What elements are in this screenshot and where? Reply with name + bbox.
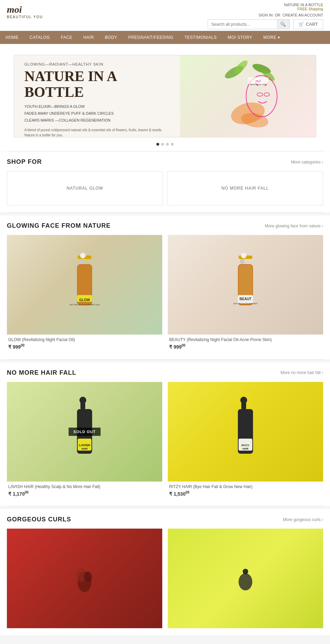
glow-bottle-svg: GLOW SAY HELLO TO GLOWING YOU	[64, 250, 105, 319]
gorgeous-curls-products	[7, 529, 323, 628]
svg-point-9	[257, 93, 263, 96]
svg-rect-31	[80, 401, 85, 409]
product-glow-price: ₹ 99900	[8, 343, 161, 350]
svg-point-46	[243, 569, 248, 574]
search-box: 🔍	[208, 19, 290, 29]
curls-1-icon	[71, 565, 98, 592]
curls-2-icon	[232, 565, 259, 592]
glowing-face-header: GLOWING FACE FROM NATURE More glowing fa…	[7, 222, 323, 229]
hero-description: A blend of purest coldpressed natural oi…	[24, 127, 170, 137]
nav-item-face[interactable]: FACE	[55, 31, 78, 44]
product-ritzy-info: RITZY HAIR (Bye Hair Fall & Grow New Hai…	[168, 482, 323, 499]
product-beauty-image: BEAUT SAY HELLO TO RADIANT	[168, 235, 323, 335]
shop-card-natural-glow[interactable]: NATURAL GLOW	[7, 171, 163, 205]
svg-point-29	[241, 253, 246, 258]
nav-item-hair[interactable]: HAIR	[78, 31, 99, 44]
shop-for-section: SHOP FOR More categories › NATURAL GLOW …	[0, 151, 330, 212]
svg-point-21	[80, 253, 86, 258]
nav-bar: HOME CATALOG FACE HAIR BODY PREGNANT/FEE…	[0, 31, 330, 44]
search-button[interactable]: 🔍	[277, 20, 289, 29]
hero-art: moi BEAUTIFUL YOU	[180, 55, 316, 137]
svg-text:RITZY: RITZY	[241, 444, 250, 447]
hero-dot-2[interactable]	[161, 143, 164, 146]
hero-section: GLOWING—RADIANT—HEALTHY SKIN NATURE IN A…	[0, 44, 330, 151]
shop-card-natural-glow-label: NATURAL GLOW	[67, 186, 103, 191]
hero-dot-1[interactable]	[156, 143, 159, 146]
product-beauty[interactable]: BEAUT SAY HELLO TO RADIANT BEAUTY (Revit…	[168, 235, 323, 352]
gorgeous-curls-more[interactable]: More gorgeous curls ›	[283, 517, 323, 522]
product-glow-name: GLOW (Revitalizing Night Facial Oil)	[8, 337, 161, 342]
svg-text:LAVISH: LAVISH	[79, 443, 90, 447]
search-cart-row: 🔍 🛒 CART	[208, 19, 323, 29]
glowing-face-products: GLOW SAY HELLO TO GLOWING YOU GLOW (Revi…	[7, 235, 323, 352]
hair-fall-header: NO MORE HAIR FALL More no more hair fall…	[7, 369, 323, 376]
nav-item-pregnant[interactable]: PREGNANT/FEEDING	[123, 31, 179, 44]
svg-text:BEAUT: BEAUT	[240, 297, 251, 301]
divider-2	[7, 212, 323, 213]
svg-point-10	[264, 93, 270, 96]
logo-subtitle: BEAUTIFUL YOU	[7, 15, 43, 19]
product-lavish[interactable]: LAVISH HAIR SOLD OUT LAVISH HAIR (Health…	[7, 382, 162, 499]
shop-for-grid: NATURAL GLOW NO MORE HAIR FALL	[7, 171, 323, 205]
svg-text:SAY HELLO TO GLOWING YOU: SAY HELLO TO GLOWING YOU	[69, 304, 100, 306]
gorgeous-curls-title: GORGEOUS CURLS	[7, 516, 71, 523]
hair-fall-more[interactable]: More no more hair fall ›	[280, 370, 323, 375]
product-ritzy-name: RITZY HAIR (Bye Hair Fall & Grow New Hai…	[169, 484, 322, 489]
product-lavish-info: LAVISH HAIR (Healthy Scalp & No More Hai…	[7, 482, 162, 499]
svg-point-45	[239, 573, 252, 590]
curls-2-placeholder	[168, 529, 323, 628]
nav-item-home[interactable]: HOME	[0, 31, 24, 44]
product-ritzy[interactable]: RITZY HAIR RITZY HAIR (Bye Hair Fall & G…	[168, 382, 323, 499]
site-tagline: NATURE IN A BOTTLE FREE Shipping	[284, 3, 323, 11]
divider-3	[7, 359, 323, 360]
hero-dot-4[interactable]	[171, 143, 174, 146]
top-right: NATURE IN A BOTTLE FREE Shipping SIGN IN…	[208, 3, 323, 29]
product-curls-1-image	[7, 529, 162, 628]
sold-out-badge-lavish: SOLD OUT	[69, 428, 101, 436]
svg-text:HAIR: HAIR	[242, 448, 248, 450]
ritzy-bottle-svg: RITZY HAIR	[225, 394, 266, 470]
create-account-link[interactable]: CREATE AN ACCOUNT	[283, 13, 323, 17]
product-beauty-price: ₹ 99900	[169, 343, 322, 350]
logo-area: moi BEAUTIFUL YOU	[7, 3, 43, 19]
hero-title: NATURE IN A BOTTLE	[24, 68, 170, 100]
nav-item-more[interactable]: MORE ▾	[258, 31, 285, 44]
hero-bullets: YOUTH ELIXIR—BRINGS A GLOW FADES AWAY UN…	[24, 103, 170, 124]
product-ritzy-price: ₹ 1,53000	[169, 490, 322, 497]
hero-bullet-3: CLEARS MARKS —COLLAGEN REGENERATION	[24, 117, 170, 124]
top-bar: moi BEAUTIFUL YOU NATURE IN A BOTTLE FRE…	[0, 0, 330, 31]
nav-item-testimonials[interactable]: TESTIMONIALS	[179, 31, 222, 44]
product-lavish-price: ₹ 1,17000	[8, 490, 161, 497]
hero-bullet-2: FADES AWAY UNDEREYE PUFF & DARK CIRCLES	[24, 110, 170, 117]
product-beauty-info: BEAUTY (Revitalizing Night Facial Oil-Ac…	[168, 335, 323, 352]
svg-text:HAIR: HAIR	[81, 448, 87, 450]
shop-card-no-more-hair-fall[interactable]: NO MORE HAIR FALL	[167, 171, 323, 205]
divider-4	[7, 506, 323, 506]
nav-item-moi-story[interactable]: MOI STORY	[222, 31, 257, 44]
hero-dots	[7, 143, 323, 146]
cart-button[interactable]: 🛒 CART	[293, 19, 323, 29]
gorgeous-curls-header: GORGEOUS CURLS More gorgeous curls ›	[7, 516, 323, 523]
product-curls-1[interactable]	[7, 529, 162, 628]
hero-bullet-1: YOUTH ELIXIR—BRINGS A GLOW	[24, 103, 170, 110]
product-glow-info: GLOW (Revitalizing Night Facial Oil) ₹ 9…	[7, 335, 162, 352]
product-ritzy-image: RITZY HAIR	[168, 382, 323, 482]
product-glow[interactable]: GLOW SAY HELLO TO GLOWING YOU GLOW (Revi…	[7, 235, 162, 352]
svg-point-44	[84, 572, 92, 582]
search-input[interactable]	[208, 20, 277, 29]
nav-item-body[interactable]: BODY	[99, 31, 123, 44]
nav-item-catalog[interactable]: CATALOG	[24, 31, 55, 44]
hero-dot-3[interactable]	[166, 143, 169, 146]
glowing-face-section: GLOWING FACE FROM NATURE More glowing fa…	[0, 215, 330, 359]
hero-content: GLOWING—RADIANT—HEALTHY SKIN NATURE IN A…	[14, 55, 180, 137]
product-beauty-name: BEAUTY (Revitalizing Night Facial Oil-Ac…	[169, 337, 322, 342]
beauty-bottle-svg: BEAUT SAY HELLO TO RADIANT	[225, 250, 266, 319]
glowing-face-more[interactable]: More glowing face from nature ›	[265, 224, 323, 228]
shop-for-more[interactable]: More categories ›	[291, 160, 323, 165]
sign-in-link[interactable]: SIGN IN	[258, 13, 273, 17]
svg-point-1	[233, 58, 250, 75]
ritzy-img-placeholder: RITZY HAIR	[168, 382, 323, 482]
auth-row: SIGN IN OR CREATE AN ACCOUNT	[258, 13, 323, 17]
product-curls-2[interactable]	[168, 529, 323, 628]
svg-text:moi: moi	[256, 79, 261, 83]
